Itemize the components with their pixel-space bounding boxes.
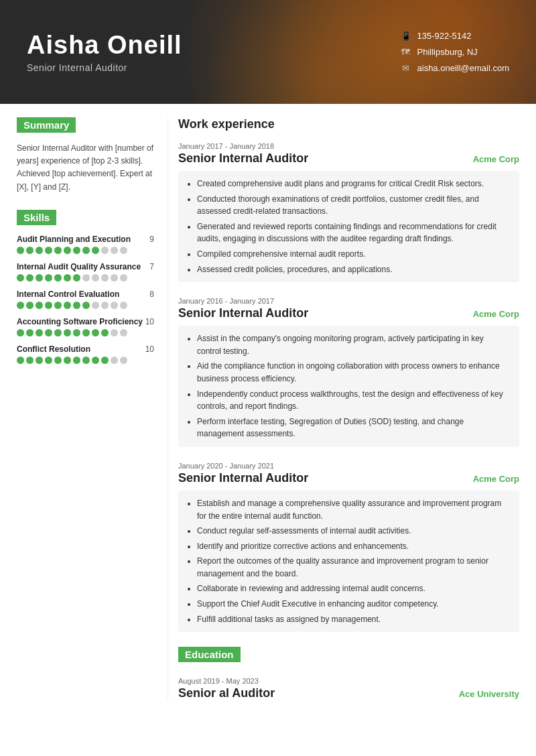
skill-item: Internal Audit Quality Assurance7 xyxy=(17,262,154,281)
work-bullet: Compiled comprehensive internal audit re… xyxy=(197,248,510,261)
work-bullet: Report the outcomes of the quality assur… xyxy=(197,555,510,580)
location-text: Phillipsburg, NJ xyxy=(417,47,478,57)
dot-filled xyxy=(36,329,43,336)
summary-text: Senior Internal Auditor with [number of … xyxy=(17,142,154,194)
work-bullets: Establish and manage a comprehensive qua… xyxy=(178,491,519,632)
dot-filled xyxy=(73,247,80,254)
skill-score: 10 xyxy=(145,317,154,326)
dot-filled xyxy=(92,247,99,254)
dot-filled xyxy=(45,247,52,254)
dot-empty xyxy=(120,247,127,254)
skill-name: Internal Control Evaluation xyxy=(17,290,119,299)
skills-section: Skills Audit Planning and Execution9Inte… xyxy=(17,210,154,364)
dot-empty xyxy=(101,274,109,281)
dot-filled xyxy=(101,357,109,364)
right-column: Work experience January 2017 - January 2… xyxy=(168,117,536,700)
work-bullet: Conduct regular self-assessments of inte… xyxy=(197,525,510,538)
skill-dots xyxy=(17,357,154,364)
dot-filled xyxy=(26,247,34,254)
skill-dots xyxy=(17,247,154,254)
dot-filled xyxy=(54,274,62,281)
dot-empty xyxy=(101,247,109,254)
dot-filled xyxy=(92,357,99,364)
dot-empty xyxy=(120,329,127,336)
skill-score: 10 xyxy=(145,344,154,354)
skill-item: Audit Planning and Execution9 xyxy=(17,235,154,254)
work-date: January 2020 - January 2021 xyxy=(178,462,519,470)
dot-filled xyxy=(54,357,62,364)
dot-empty xyxy=(111,357,118,364)
dot-filled xyxy=(17,274,24,281)
work-job-title: Senior Internal Auditor xyxy=(178,151,308,166)
work-experience-section: Work experience January 2017 - January 2… xyxy=(178,117,519,632)
skills-list: Audit Planning and Execution9Internal Au… xyxy=(17,235,154,364)
skill-score: 7 xyxy=(149,262,154,271)
left-column: Summary Senior Internal Auditor with [nu… xyxy=(0,117,168,700)
edu-degree: Senior al Auditor xyxy=(178,686,275,700)
work-entries: January 2017 - January 2018Senior Intern… xyxy=(178,142,519,632)
dot-filled xyxy=(36,357,43,364)
dot-filled xyxy=(26,274,34,281)
dot-filled xyxy=(73,302,80,309)
phone-icon: 📱 xyxy=(400,30,412,42)
work-bullet: Generated and reviewed reports containin… xyxy=(197,220,510,245)
work-date: January 2017 - January 2018 xyxy=(178,142,519,150)
dot-filled xyxy=(64,329,71,336)
dot-filled xyxy=(45,302,52,309)
skill-score: 9 xyxy=(149,235,154,244)
work-job-title: Senior Internal Auditor xyxy=(178,306,308,320)
email-icon: ✉ xyxy=(400,62,412,74)
dot-filled xyxy=(101,329,109,336)
edu-entry: August 2019 - May 2023Senior al AuditorA… xyxy=(178,677,519,700)
location-icon: 🗺 xyxy=(400,46,412,58)
phone-contact: 📱 135-922-5142 xyxy=(400,30,509,42)
candidate-title: Senior Internal Auditor xyxy=(27,62,400,73)
dot-filled xyxy=(36,302,43,309)
skill-dots xyxy=(17,274,154,281)
work-date: January 2016 - January 2017 xyxy=(178,297,519,305)
edu-date: August 2019 - May 2023 xyxy=(178,677,519,685)
dot-filled xyxy=(92,329,99,336)
dot-filled xyxy=(45,274,52,281)
work-bullet: Establish and manage a comprehensive qua… xyxy=(197,497,510,522)
skill-item: Internal Control Evaluation8 xyxy=(17,290,154,309)
dot-filled xyxy=(17,247,24,254)
work-entry: January 2020 - January 2021Senior Intern… xyxy=(178,462,519,632)
edu-entries: August 2019 - May 2023Senior al AuditorA… xyxy=(178,677,519,700)
dot-empty xyxy=(82,274,90,281)
work-bullets: Created comprehensive audit plans and pr… xyxy=(178,171,519,282)
work-company: Acme Corp xyxy=(473,474,519,484)
dot-filled xyxy=(17,357,24,364)
work-bullet: Assessed credit policies, procedures, an… xyxy=(197,263,510,276)
work-job-title: Senior Internal Auditor xyxy=(178,471,308,485)
phone-number: 135-922-5142 xyxy=(417,31,472,41)
work-bullet: Independently conduct process walkthroug… xyxy=(197,388,510,413)
skill-score: 8 xyxy=(149,290,154,299)
work-company: Acme Corp xyxy=(473,154,519,164)
dot-filled xyxy=(73,274,80,281)
work-bullet: Created comprehensive audit plans and pr… xyxy=(197,178,510,190)
dot-filled xyxy=(64,247,71,254)
edu-school: Ace University xyxy=(459,689,519,699)
work-entry: January 2016 - January 2017Senior Intern… xyxy=(178,297,519,447)
dot-empty xyxy=(92,274,99,281)
skill-name: Accounting Software Proficiency xyxy=(17,317,143,326)
dot-empty xyxy=(120,357,127,364)
dot-filled xyxy=(64,274,71,281)
dot-empty xyxy=(120,302,127,309)
email-address: aisha.oneill@email.com xyxy=(417,63,509,73)
resume-header: Aisha Oneill Senior Internal Auditor 📱 1… xyxy=(0,0,536,104)
dot-filled xyxy=(17,302,24,309)
work-bullet: Collaborate in reviewing and addressing … xyxy=(197,582,510,595)
dot-filled xyxy=(45,357,52,364)
skill-dots xyxy=(17,302,154,309)
summary-header: Summary xyxy=(17,117,76,133)
work-experience-title: Work experience xyxy=(178,117,519,131)
candidate-name: Aisha Oneill xyxy=(27,31,400,60)
work-bullet: Perform interface testing, Segregation o… xyxy=(197,416,510,440)
work-bullet: Identify and prioritize corrective actio… xyxy=(197,540,510,553)
skills-header: Skills xyxy=(17,210,56,225)
dot-filled xyxy=(64,357,71,364)
skill-item: Accounting Software Proficiency10 xyxy=(17,317,154,336)
skill-name: Conflict Resolution xyxy=(17,344,90,354)
